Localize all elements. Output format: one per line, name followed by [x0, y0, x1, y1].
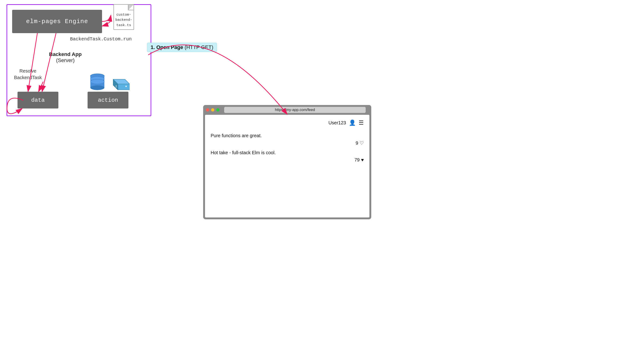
server-icon	[108, 75, 130, 92]
feed-likes-1: 9 ♡	[210, 140, 364, 146]
resolve-text: ResolveBackendTask	[14, 68, 42, 80]
data-label: data	[31, 97, 45, 103]
elm-pages-engine-box: elm-pages Engine	[12, 10, 102, 33]
server-label: Backend App (Server)	[49, 51, 82, 63]
svg-point-2	[90, 85, 104, 90]
feed-item-2: Hot take - full-stack Elm is cool. 79 ♥	[210, 150, 364, 163]
action-box: action	[88, 92, 128, 108]
url-bar[interactable]: https://my-app.com/feed	[224, 107, 366, 113]
database-icon	[89, 72, 106, 92]
resolve-label: ResolveBackendTask	[14, 68, 42, 81]
svg-point-10	[126, 86, 127, 87]
file-shape: custom-backend-task.ts	[114, 4, 134, 30]
traffic-light-red[interactable]	[206, 108, 209, 111]
open-page-label: 1. Open Page (HTTP GET)	[147, 43, 217, 52]
browser-content: User123 👤 ☰ Pure functions are great. 9 …	[205, 115, 370, 217]
heart-filled-icon[interactable]: ♥	[361, 157, 364, 163]
data-box: data	[18, 92, 58, 108]
url-text: https://my-app.com/feed	[275, 108, 315, 112]
feed-item-1: Pure functions are great. 9 ♡	[210, 133, 364, 146]
svg-point-4	[90, 79, 104, 84]
traffic-light-green[interactable]	[216, 108, 220, 111]
menu-icon[interactable]: ☰	[359, 119, 364, 126]
like-count-2: 79	[354, 157, 360, 163]
browser-window: https://my-app.com/feed User123 👤 ☰ Pure…	[203, 105, 371, 219]
browser-titlebar: https://my-app.com/feed	[203, 105, 371, 115]
heart-outline-icon[interactable]: ♡	[360, 140, 364, 146]
open-page-normal: (HTTP GET)	[183, 44, 213, 50]
browser-nav: User123 👤 ☰	[210, 119, 364, 128]
open-page-bold: 1. Open Page	[150, 44, 183, 50]
feed-text-2: Hot take - full-stack Elm is cool.	[210, 150, 364, 155]
like-count-1: 9	[356, 140, 358, 146]
username-text: User123	[328, 120, 346, 125]
feed-text-1: Pure functions are great.	[210, 133, 364, 138]
backend-app-text: Backend App	[49, 51, 82, 57]
db-server-icons	[89, 72, 130, 92]
user-icon: 👤	[349, 119, 356, 126]
backend-task-run-label: BackendTask.Custom.run	[70, 36, 132, 42]
feed-likes-2: 79 ♥	[210, 157, 364, 163]
traffic-light-yellow[interactable]	[211, 108, 214, 111]
file-name-text: custom-backend-task.ts	[114, 12, 134, 28]
server-sub-text: (Server)	[56, 57, 74, 63]
action-label: action	[98, 97, 118, 103]
engine-label: elm-pages Engine	[26, 18, 88, 25]
file-icon-container: custom-backend-task.ts	[111, 4, 136, 34]
